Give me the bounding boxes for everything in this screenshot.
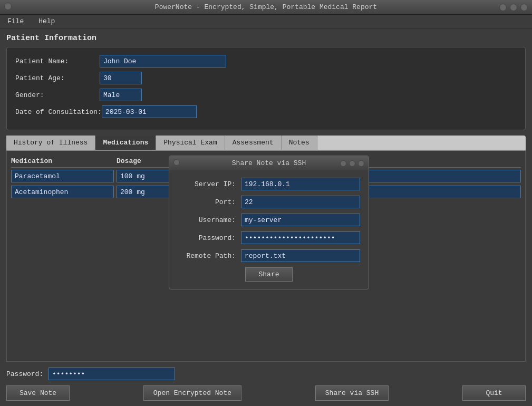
- modal-title-bar: Share Note via SSH: [169, 156, 369, 170]
- modal-close-icon[interactable]: [173, 159, 180, 166]
- title-bar-controls: [499, 4, 528, 11]
- save-note-button[interactable]: Save Note: [6, 385, 70, 401]
- patient-panel: Patient Name: Patient Age: Gender: Date …: [6, 47, 526, 130]
- modal-password-row: Password:: [178, 231, 360, 244]
- modal-remote-path-input[interactable]: [241, 249, 360, 262]
- modal-maximize-icon[interactable]: [349, 160, 355, 167]
- modal-share-button[interactable]: Share: [245, 267, 292, 282]
- patient-name-input[interactable]: [100, 55, 226, 67]
- title-bar-left-control[interactable]: [4, 3, 12, 12]
- patient-age-input[interactable]: [100, 72, 142, 84]
- patient-name-label: Patient Name:: [15, 57, 100, 65]
- bottom-bar: Password: Save Note Open Encrypted Note …: [0, 362, 532, 406]
- patient-age-row: Patient Age:: [15, 72, 517, 84]
- modal-username-label: Username:: [178, 216, 236, 224]
- modal-port-label: Port:: [178, 198, 236, 206]
- menu-bar: File Help: [0, 15, 532, 28]
- modal-remote-path-label: Remote Path:: [178, 252, 236, 260]
- title-bar: PowerNote - Encrypted, Simple, Portable …: [0, 0, 532, 15]
- patient-gender-label: Gender:: [15, 91, 100, 99]
- password-row: Password:: [6, 368, 526, 380]
- open-encrypted-note-button[interactable]: Open Encrypted Note: [143, 385, 241, 401]
- modal-server-ip-row: Server IP:: [178, 178, 360, 190]
- modal-minimize-icon[interactable]: [340, 160, 346, 167]
- modal-btn-row: Share: [178, 267, 360, 282]
- modal-port-input[interactable]: [241, 196, 360, 208]
- quit-button[interactable]: Quit: [462, 385, 526, 401]
- password-input[interactable]: [49, 368, 175, 380]
- modal-username-row: Username:: [178, 214, 360, 226]
- modal-remote-path-row: Remote Path:: [178, 249, 360, 262]
- modal-server-ip-input[interactable]: [241, 178, 360, 190]
- menu-file[interactable]: File: [4, 16, 27, 26]
- patient-gender-row: Gender:: [15, 89, 517, 101]
- modal-password-label: Password:: [178, 234, 236, 242]
- patient-name-row: Patient Name:: [15, 55, 517, 67]
- password-label: Password:: [6, 370, 49, 378]
- patient-section-title: Patient Information: [6, 34, 526, 43]
- med-name-1[interactable]: [11, 186, 114, 198]
- tab-medications[interactable]: Medications: [95, 136, 156, 150]
- modal-server-ip-label: Server IP:: [178, 180, 236, 188]
- share-via-ssh-button[interactable]: Share via SSH: [315, 385, 389, 401]
- modal-port-row: Port:: [178, 196, 360, 208]
- minimize-icon[interactable]: [499, 4, 507, 11]
- ssh-modal: Share Note via SSH Server IP: Port: User…: [169, 156, 369, 289]
- close-icon-right[interactable]: [520, 4, 528, 11]
- modal-title-controls: [340, 160, 364, 167]
- col-medication: Medication: [11, 157, 117, 165]
- patient-date-input[interactable]: [102, 105, 197, 118]
- patient-date-row: Date of Consultation:: [15, 105, 517, 118]
- menu-help[interactable]: Help: [35, 16, 58, 26]
- tabs-header: History of Illness Medications Physical …: [6, 136, 526, 151]
- modal-password-input[interactable]: [241, 231, 360, 244]
- tab-notes[interactable]: Notes: [282, 136, 317, 150]
- modal-title-left[interactable]: [173, 159, 180, 168]
- close-icon[interactable]: [4, 3, 12, 10]
- patient-date-label: Date of Consultation:: [15, 108, 102, 116]
- patient-age-label: Patient Age:: [15, 74, 100, 82]
- modal-title-text: Share Note via SSH: [232, 159, 306, 167]
- patient-gender-input[interactable]: [100, 89, 142, 101]
- modal-body: Server IP: Port: Username: Password: Rem…: [169, 170, 369, 289]
- modal-username-input[interactable]: [241, 214, 360, 226]
- tab-physical[interactable]: Physical Exam: [156, 136, 225, 150]
- modal-close-right-icon[interactable]: [358, 160, 364, 167]
- maximize-icon[interactable]: [510, 4, 517, 11]
- tab-history[interactable]: History of Illness: [6, 136, 95, 150]
- tab-assessment[interactable]: Assessment: [225, 136, 282, 150]
- buttons-row: Save Note Open Encrypted Note Share via …: [6, 385, 526, 401]
- window-title: PowerNote - Encrypted, Simple, Portable …: [155, 3, 377, 11]
- med-name-0[interactable]: [11, 170, 114, 182]
